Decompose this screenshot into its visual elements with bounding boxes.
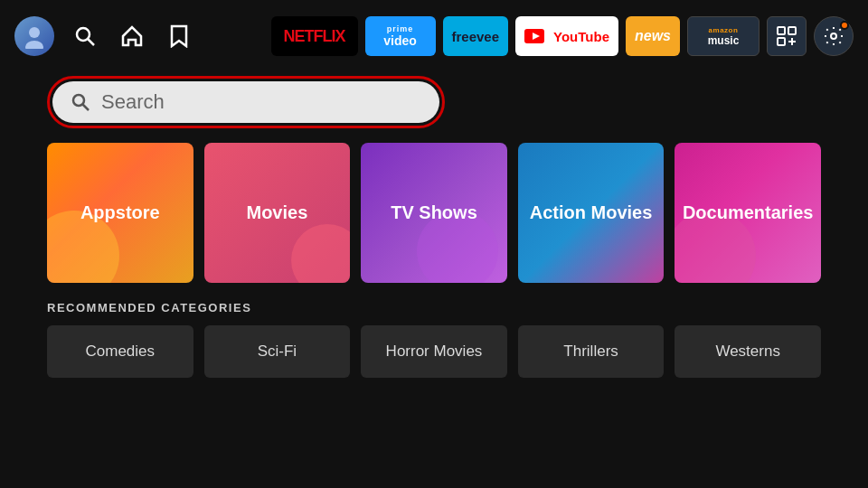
category-movies-label: Movies <box>246 202 307 223</box>
recommended-row: Comedies Sci-Fi Horror Movies Thrillers … <box>47 325 821 378</box>
prime-video-label: video <box>383 33 417 48</box>
search-nav-icon[interactable] <box>69 20 101 52</box>
search-placeholder: Search <box>101 90 165 114</box>
home-icon[interactable] <box>116 20 148 52</box>
category-appstore-label: Appstore <box>80 202 160 223</box>
netflix-label: NETFLIX <box>284 27 345 46</box>
category-action[interactable]: Action Movies <box>518 143 665 283</box>
category-movies[interactable]: Movies <box>204 143 351 283</box>
avatar[interactable] <box>14 16 54 56</box>
rec-thrillers-label: Thrillers <box>563 343 618 361</box>
music-amazon-label: amazon <box>709 26 739 34</box>
category-tvshows[interactable]: TV Shows <box>361 143 507 283</box>
grid-badge[interactable] <box>767 16 807 56</box>
rec-scifi[interactable]: Sci-Fi <box>204 325 351 378</box>
rec-scifi-label: Sci-Fi <box>258 343 297 361</box>
svg-rect-6 <box>778 27 785 34</box>
youtube-badge[interactable]: YouTube <box>515 16 618 56</box>
svg-point-12 <box>73 95 84 106</box>
svg-line-3 <box>89 40 95 46</box>
nav-apps: NETFLIX prime video freevee YouTube news… <box>271 16 854 56</box>
rec-comedies[interactable]: Comedies <box>47 325 193 378</box>
prime-top-label: prime <box>387 24 414 33</box>
category-tvshows-label: TV Shows <box>391 202 477 223</box>
grid-icon <box>777 26 797 46</box>
category-docs[interactable]: Documentaries <box>675 143 821 283</box>
search-section: Search <box>0 76 868 128</box>
svg-point-1 <box>25 41 43 49</box>
category-appstore[interactable]: Appstore <box>47 143 193 283</box>
search-icon <box>71 92 90 112</box>
youtube-label: YouTube <box>553 29 609 44</box>
search-bar[interactable]: Search <box>52 81 439 123</box>
recommended-section: RECOMMENDED CATEGORIES Comedies Sci-Fi H… <box>0 283 868 378</box>
rec-comedies-label: Comedies <box>86 343 156 361</box>
rec-westerns-label: Westerns <box>715 343 780 361</box>
rec-horror[interactable]: Horror Movies <box>361 325 507 378</box>
youtube-play-icon <box>524 29 544 43</box>
music-label: music <box>708 34 740 47</box>
svg-point-11 <box>831 33 836 39</box>
netflix-badge[interactable]: NETFLIX <box>271 16 358 56</box>
svg-point-2 <box>77 28 90 41</box>
rec-westerns[interactable]: Westerns <box>675 325 821 378</box>
news-badge[interactable]: news <box>626 16 680 56</box>
bookmark-icon[interactable] <box>163 20 195 52</box>
nav-left <box>14 16 195 56</box>
freevee-label: freevee <box>452 29 500 44</box>
category-docs-label: Documentaries <box>683 202 814 223</box>
news-label: news <box>635 28 671 44</box>
top-nav: NETFLIX prime video freevee YouTube news… <box>0 0 868 72</box>
freevee-badge[interactable]: freevee <box>443 16 509 56</box>
rec-horror-label: Horror Movies <box>386 343 483 361</box>
settings-notification-dot <box>840 21 849 30</box>
svg-rect-7 <box>788 27 796 34</box>
recommended-title: RECOMMENDED CATEGORIES <box>47 301 821 314</box>
settings-badge[interactable] <box>814 16 854 56</box>
music-badge[interactable]: amazon music <box>687 16 760 56</box>
svg-line-13 <box>83 105 90 111</box>
category-action-label: Action Movies <box>530 202 653 223</box>
svg-rect-8 <box>778 38 785 45</box>
search-wrapper: Search <box>47 76 445 128</box>
prime-badge[interactable]: prime video <box>365 16 436 56</box>
rec-thrillers[interactable]: Thrillers <box>518 325 665 378</box>
categories-row: Appstore Movies TV Shows Action Movies D… <box>0 128 868 283</box>
svg-point-0 <box>29 27 40 38</box>
